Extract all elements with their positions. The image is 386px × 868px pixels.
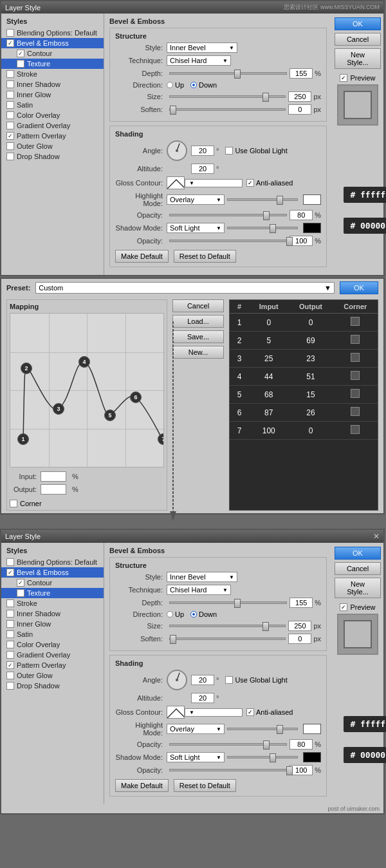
b-gradient-overlay-checkbox[interactable]: [6, 651, 14, 659]
gloss-contour-dropdown[interactable]: ▼: [185, 179, 243, 187]
b-cancel-button[interactable]: Cancel: [335, 562, 381, 575]
curve-new-button[interactable]: New...: [172, 346, 224, 359]
new-style-button[interactable]: New Style...: [335, 48, 381, 69]
inner-shadow-checkbox[interactable]: [6, 80, 14, 88]
use-global-light-checkbox[interactable]: [225, 147, 233, 155]
curve-cancel-button[interactable]: Cancel: [172, 299, 224, 312]
stroke-checkbox[interactable]: [6, 70, 14, 78]
b-inner-glow-checkbox[interactable]: [6, 620, 14, 628]
styles-item-contour[interactable]: Contour: [1, 48, 104, 59]
corner-check-3[interactable]: [351, 353, 360, 362]
b-new-style-button[interactable]: New Style...: [335, 578, 381, 598]
pattern-overlay-checkbox[interactable]: [6, 132, 14, 140]
b-use-global-light-checkbox[interactable]: [225, 676, 233, 684]
b-size-input[interactable]: [288, 621, 311, 631]
satin-checkbox[interactable]: [6, 101, 14, 109]
outer-glow-checkbox[interactable]: [6, 142, 14, 150]
highlight-opacity-input[interactable]: [290, 210, 313, 220]
contour-checkbox[interactable]: [17, 50, 24, 57]
corner-check-1[interactable]: [351, 317, 360, 326]
b-preview-checkbox[interactable]: [340, 603, 347, 611]
b-highlight-mode-dropdown[interactable]: Overlay ▼: [167, 724, 225, 734]
depth-input[interactable]: [290, 68, 313, 79]
b-depth-input[interactable]: [290, 598, 313, 608]
b-angle-input[interactable]: [191, 675, 214, 685]
b-styles-item-color-overlay[interactable]: Color Overlay: [1, 639, 104, 650]
shadow-color-swatch[interactable]: [303, 223, 321, 233]
b-blending-checkbox[interactable]: [6, 558, 14, 566]
b-styles-item-inner-shadow[interactable]: Inner Shadow: [1, 609, 104, 619]
reset-to-default-button[interactable]: Reset to Default: [174, 250, 236, 263]
styles-item-gradient-overlay[interactable]: Gradient Overlay: [1, 120, 104, 131]
styles-item-blending[interactable]: Blending Options: Default: [1, 28, 104, 38]
b-shadow-opacity-input[interactable]: [290, 765, 313, 775]
b-shadow-color-swatch[interactable]: [303, 752, 321, 762]
soften-input[interactable]: [288, 104, 311, 115]
corner-check-7[interactable]: [351, 425, 360, 434]
drop-shadow-checkbox[interactable]: [6, 153, 14, 160]
highlight-color-swatch[interactable]: [303, 194, 321, 205]
b-direction-down-radio[interactable]: [190, 611, 197, 618]
b-styles-item-drop-shadow[interactable]: Drop Shadow: [1, 681, 104, 691]
b-direction-down-item[interactable]: Down: [190, 610, 217, 618]
curve-node-5[interactable]: 5: [104, 410, 116, 421]
b-styles-item-texture[interactable]: Texture: [1, 588, 104, 598]
technique-dropdown[interactable]: Chisel Hard ▼: [167, 55, 231, 66]
styles-item-color-overlay[interactable]: Color Overlay: [1, 110, 104, 120]
b-styles-item-bevel[interactable]: Bevel & Emboss: [1, 567, 104, 578]
b-inner-shadow-checkbox[interactable]: [6, 610, 14, 618]
b-anti-aliased-checkbox[interactable]: [246, 708, 254, 716]
inner-glow-checkbox[interactable]: [6, 91, 14, 99]
styles-item-texture[interactable]: Texture: [1, 59, 104, 69]
b-satin-checkbox[interactable]: [6, 630, 14, 638]
curve-node-2[interactable]: 2: [21, 363, 32, 374]
input-field[interactable]: [41, 471, 66, 482]
highlight-mode-dropdown[interactable]: Overlay ▼: [167, 194, 225, 205]
styles-item-bevel[interactable]: Bevel & Emboss: [1, 38, 104, 48]
bevel-checkbox[interactable]: [6, 39, 14, 47]
styles-item-inner-shadow[interactable]: Inner Shadow: [1, 79, 104, 90]
styles-item-drop-shadow[interactable]: Drop Shadow: [1, 151, 104, 162]
styles-item-inner-glow[interactable]: Inner Glow: [1, 90, 104, 100]
b-styles-item-satin[interactable]: Satin: [1, 629, 104, 639]
b-stroke-checkbox[interactable]: [6, 599, 14, 607]
b-altitude-input[interactable]: [191, 693, 214, 703]
curve-node-3[interactable]: 3: [53, 403, 64, 415]
direction-up-item[interactable]: Up: [167, 81, 184, 89]
b-direction-up-radio[interactable]: [167, 611, 173, 618]
b-bevel-checkbox[interactable]: [6, 569, 14, 576]
anti-aliased-checkbox[interactable]: [246, 179, 254, 187]
corner-check-4[interactable]: [351, 371, 360, 380]
gloss-contour-preview[interactable]: [167, 176, 185, 189]
b-style-dropdown[interactable]: Inner Bevel ▼: [167, 572, 237, 582]
b-contour-checkbox[interactable]: [17, 579, 24, 587]
b-gloss-contour-preview[interactable]: [167, 706, 185, 719]
blending-checkbox[interactable]: [6, 29, 14, 37]
b-direction-up-item[interactable]: Up: [167, 610, 184, 618]
color-overlay-checkbox[interactable]: [6, 111, 14, 119]
direction-down-item[interactable]: Down: [190, 81, 217, 89]
direction-down-radio[interactable]: [190, 82, 197, 88]
b-drop-shadow-checkbox[interactable]: [6, 682, 14, 690]
b-styles-item-contour[interactable]: Contour: [1, 578, 104, 588]
preview-checkbox[interactable]: [340, 74, 347, 82]
b-make-default-button[interactable]: Make Default: [115, 779, 169, 792]
curve-save-button[interactable]: Save...: [172, 330, 224, 343]
cancel-button[interactable]: Cancel: [335, 33, 381, 46]
b-pattern-overlay-checkbox[interactable]: [6, 661, 14, 669]
b-styles-item-outer-glow[interactable]: Outer Glow: [1, 670, 104, 681]
curve-node-6[interactable]: 6: [130, 392, 142, 403]
styles-item-satin[interactable]: Satin: [1, 100, 104, 110]
styles-item-pattern-overlay[interactable]: Pattern Overlay: [1, 131, 104, 141]
styles-item-outer-glow[interactable]: Outer Glow: [1, 141, 104, 151]
shadow-opacity-input[interactable]: [290, 236, 313, 246]
b-styles-item-blending[interactable]: Blending Options: Default: [1, 557, 104, 567]
gradient-overlay-checkbox[interactable]: [6, 122, 14, 129]
shadow-mode-dropdown[interactable]: Soft Light ▼: [167, 223, 225, 233]
b-texture-checkbox[interactable]: [17, 589, 24, 597]
b-ok-button[interactable]: OK: [335, 547, 381, 560]
preset-dropdown[interactable]: Custom ▼: [35, 282, 335, 294]
size-input[interactable]: [288, 91, 311, 102]
corner-check-2[interactable]: [351, 335, 360, 344]
b-shadow-mode-dropdown[interactable]: Soft Light ▼: [167, 752, 225, 762]
